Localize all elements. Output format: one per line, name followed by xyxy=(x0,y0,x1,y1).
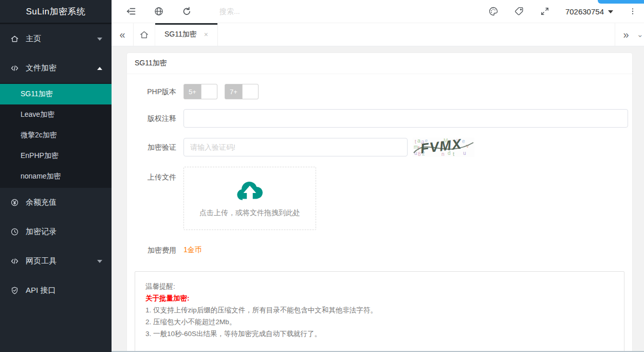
form-row-fee: 加密费用 1金币 xyxy=(135,242,629,258)
php5-toggle-label: 5+ xyxy=(184,84,201,99)
home-icon xyxy=(10,34,19,43)
collapse-sidebar-icon[interactable] xyxy=(126,6,136,16)
card-title: SG11加密 xyxy=(127,53,632,74)
topbar-right: 702630754 xyxy=(488,6,637,16)
more-vertical-icon[interactable] xyxy=(629,6,637,16)
sidebar-item-records[interactable]: 加密记录 xyxy=(0,217,112,247)
upload-dropzone[interactable]: 点击上传，或将文件拖拽到此处 xyxy=(183,167,316,230)
cloud-upload-icon xyxy=(234,179,266,202)
fee-value: 1金币 xyxy=(183,245,202,255)
svg-text:e: e xyxy=(462,138,465,144)
captcha-label: 加密验证 xyxy=(145,139,176,155)
copyright-input[interactable] xyxy=(183,109,628,128)
sidebar-item-label: 加密记录 xyxy=(26,227,102,237)
form-row-php-version: PHP版本 5+ 7+ xyxy=(135,84,629,99)
refresh-icon[interactable] xyxy=(181,6,192,16)
sidebar-subitem-enphp[interactable]: EnPHP加密 xyxy=(0,146,112,166)
clock-icon xyxy=(10,227,19,236)
home-icon xyxy=(139,30,149,40)
palette-icon[interactable] xyxy=(488,6,499,16)
submenu-label: noname加密 xyxy=(21,172,61,181)
notice-box: 温馨提醒: 关于批量加密: 1. 仅支持上传zip后缀的压缩文件，所有目录不能包… xyxy=(135,271,624,352)
sidebar-item-recharge[interactable]: 余额充值 xyxy=(0,188,112,217)
notice-subtitle: 关于批量加密: xyxy=(145,292,614,304)
topbar-left xyxy=(126,6,333,16)
php-version-label: PHP版本 xyxy=(145,84,176,99)
app-root: SuLin加密系统 主页 文件加密 SG11加密 Leave加密 微擎2c加密 … xyxy=(0,0,644,352)
sidebar-subitem-sg11[interactable]: SG11加密 xyxy=(0,84,112,104)
tabs-scroll-right-button[interactable]: » xyxy=(615,23,637,46)
notice-gap xyxy=(145,340,614,349)
toggle-knob xyxy=(242,84,258,99)
sidebar-subitem-noname[interactable]: noname加密 xyxy=(0,166,112,187)
sidebar-item-label: 网页工具 xyxy=(26,256,97,266)
sidebar-item-label: 余额充值 xyxy=(26,198,102,207)
code-icon xyxy=(10,257,19,266)
content-area: SG11加密 PHP版本 5+ 7+ xyxy=(112,46,644,352)
svg-text:u: u xyxy=(463,150,466,156)
tab-label: SG11加密 xyxy=(164,30,197,39)
chevron-down-icon xyxy=(608,10,613,13)
sidebar: SuLin加密系统 主页 文件加密 SG11加密 Leave加密 微擎2c加密 … xyxy=(0,0,112,352)
php7-toggle[interactable]: 7+ xyxy=(225,84,259,99)
user-menu[interactable]: 702630754 xyxy=(565,7,613,16)
tag-icon[interactable] xyxy=(514,6,524,16)
notice-line: 3. 一般10秒-60S出结果，等待加密完成自动下载就行了。 xyxy=(145,328,614,340)
submenu-label: 微擎2c加密 xyxy=(21,131,57,140)
captcha-input[interactable] xyxy=(183,138,408,156)
sidebar-item-label: 主页 xyxy=(26,34,97,44)
sidebar-item-label: API 接口 xyxy=(26,286,102,295)
search-input[interactable] xyxy=(219,7,333,15)
submenu-label: Leave加密 xyxy=(21,110,54,119)
username: 702630754 xyxy=(565,7,604,16)
captcha-image[interactable]: t a a e m f 5 u 8 2 M u e xyxy=(413,137,474,157)
sidebar-submenu: SG11加密 Leave加密 微擎2c加密 EnPHP加密 noname加密 xyxy=(0,83,112,188)
sidebar-item-label: 文件加密 xyxy=(26,63,97,73)
card-body: PHP版本 5+ 7+ xyxy=(127,74,632,352)
code-icon xyxy=(10,64,19,73)
notice-line: 2. 压缩包大小不能超过2Mb。 xyxy=(145,316,614,328)
php7-toggle-label: 7+ xyxy=(225,84,242,99)
chevron-down-icon xyxy=(97,38,102,41)
tab-home[interactable] xyxy=(134,23,155,46)
tabs-scroll-left-button[interactable]: « xyxy=(112,23,134,46)
yen-circle-icon xyxy=(10,198,19,207)
sidebar-subitem-weiqin2c[interactable]: 微擎2c加密 xyxy=(0,125,112,146)
sidebar-item-home[interactable]: 主页 xyxy=(0,24,112,54)
blue-notification-bar xyxy=(598,0,644,4)
chevron-down-icon xyxy=(97,260,102,263)
fullscreen-icon[interactable] xyxy=(540,6,550,16)
tab-options-chevron-icon[interactable]: ⌄ xyxy=(637,23,644,46)
topbar: 702630754 xyxy=(112,0,644,23)
main-area: 702630754 « SG11加密 × » ⌄ SG11加密 xyxy=(112,0,644,352)
form-row-upload: 上传文件 点击上传，或将文件拖拽到此处 xyxy=(135,167,629,230)
upload-hint: 点击上传，或将文件拖拽到此处 xyxy=(199,208,300,218)
sidebar-item-webtools[interactable]: 网页工具 xyxy=(0,247,112,276)
sidebar-item-api[interactable]: API 接口 xyxy=(0,276,112,305)
php5-toggle[interactable]: 5+ xyxy=(183,84,217,99)
form-row-copyright: 版权注释 xyxy=(135,109,629,128)
notice-line: 1. 仅支持上传zip后缀的压缩文件，所有目录不能包含中文和其他非法字符。 xyxy=(145,304,614,316)
notice-title: 温馨提醒: xyxy=(145,280,614,292)
chevron-up-icon xyxy=(97,67,102,70)
shield-check-icon xyxy=(10,286,19,295)
submenu-label: EnPHP加密 xyxy=(21,151,59,161)
tab-sg11[interactable]: SG11加密 × xyxy=(155,23,218,46)
globe-icon[interactable] xyxy=(154,6,164,16)
copyright-label: 版权注释 xyxy=(145,111,176,126)
sidebar-item-file-encrypt[interactable]: 文件加密 xyxy=(0,54,112,83)
php-version-toggles: 5+ 7+ xyxy=(183,84,259,99)
sg11-card: SG11加密 PHP版本 5+ 7+ xyxy=(127,53,632,352)
toggle-knob xyxy=(201,84,217,99)
fee-label: 加密费用 xyxy=(145,242,176,258)
form-row-captcha: 加密验证 t a a e m f 5 u 8 xyxy=(135,137,629,157)
sidebar-subitem-leave[interactable]: Leave加密 xyxy=(0,104,112,125)
close-icon[interactable]: × xyxy=(204,30,208,39)
tabbar: « SG11加密 × » ⌄ xyxy=(112,23,644,46)
upload-label: 上传文件 xyxy=(145,167,176,182)
app-logo: SuLin加密系统 xyxy=(0,0,112,23)
submenu-label: SG11加密 xyxy=(21,90,53,99)
